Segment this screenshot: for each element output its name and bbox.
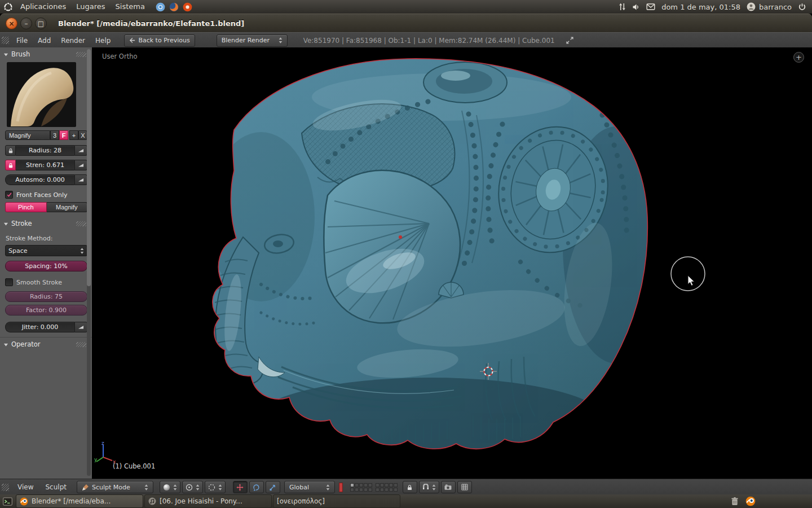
panel-drag-grip[interactable] xyxy=(76,342,86,347)
scene-lock-toggle[interactable] xyxy=(403,481,417,493)
layer-cell[interactable] xyxy=(355,488,359,492)
chromium-launcher-icon[interactable] xyxy=(156,2,165,12)
scrollbar-thumb[interactable] xyxy=(87,49,91,286)
autosmooth-slider[interactable]: Autosmo: 0.000 xyxy=(5,174,74,185)
layer-cell[interactable] xyxy=(380,488,384,492)
brush-panel-header[interactable]: Brush xyxy=(0,47,92,61)
region-corner-grip[interactable] xyxy=(2,484,9,491)
radius-pressure-button[interactable] xyxy=(74,145,87,156)
messaging-indicator-icon[interactable] xyxy=(646,3,655,10)
software-center-launcher-icon[interactable] xyxy=(183,2,192,12)
layer-cell[interactable] xyxy=(394,483,398,487)
strength-unify-lock-button[interactable] xyxy=(5,160,16,170)
back-to-previous-button[interactable]: Back to Previous xyxy=(124,34,195,47)
pinch-toggle-button[interactable]: Pinch xyxy=(5,202,47,212)
brush-preview[interactable] xyxy=(7,62,76,127)
tool-shelf-scrollbar[interactable] xyxy=(87,49,91,476)
layer-cell[interactable] xyxy=(359,483,363,487)
autosmooth-pressure-button[interactable] xyxy=(74,174,87,185)
layer-cell[interactable] xyxy=(376,483,379,487)
show-desktop-icon[interactable] xyxy=(3,497,12,506)
brush-add-button[interactable]: + xyxy=(69,130,78,140)
places-menu[interactable]: Lugares xyxy=(71,0,110,14)
brush-fake-user-button[interactable]: F xyxy=(59,130,68,140)
brush-users-count-button[interactable]: 3 xyxy=(50,130,59,140)
properties-region-toggle[interactable]: + xyxy=(793,52,804,63)
ubuntu-logo-icon[interactable] xyxy=(3,2,13,12)
layer-cell[interactable] xyxy=(364,488,368,492)
transform-orientation-dropdown[interactable]: Global xyxy=(284,481,335,493)
layer-cell[interactable] xyxy=(385,488,389,492)
user-indicator[interactable]: barranco xyxy=(747,2,792,11)
strength-slider[interactable]: Stren: 0.671 xyxy=(16,160,74,170)
radius-slider[interactable]: Radius: 28 xyxy=(16,145,74,156)
manipulator-rotate-toggle[interactable] xyxy=(249,481,264,493)
add-menu[interactable]: Add xyxy=(33,33,55,48)
render-opengl-button[interactable] xyxy=(441,481,456,493)
layers-widget[interactable] xyxy=(350,483,398,492)
spacing-slider[interactable]: Spacing: 10% xyxy=(5,261,87,271)
strength-pressure-button[interactable] xyxy=(74,160,87,170)
render-menu[interactable]: Render xyxy=(56,33,90,48)
firefox-launcher-icon[interactable] xyxy=(169,2,179,12)
brush-unlink-button[interactable]: X xyxy=(78,130,87,140)
smooth-radius-slider[interactable]: Radius: 75 xyxy=(5,291,87,302)
pivot-align-dropdown[interactable] xyxy=(205,481,226,493)
blender-tray-icon[interactable] xyxy=(745,496,756,506)
window-title-bar[interactable]: × – □ Blender* [/media/ebarranko/Elefant… xyxy=(0,14,812,33)
clock[interactable]: dom 1 de may, 01:58 xyxy=(661,3,740,11)
taskbar-window-chat[interactable]: [ονειροπόλος] xyxy=(273,494,400,508)
pivot-point-dropdown[interactable] xyxy=(182,481,203,493)
window-maximize-button[interactable]: □ xyxy=(35,17,47,29)
viewport-shading-dropdown[interactable] xyxy=(160,481,180,493)
network-indicator-icon[interactable] xyxy=(619,3,626,11)
layer-cell[interactable] xyxy=(368,488,372,492)
panel-drag-grip[interactable] xyxy=(76,52,86,57)
manipulator-translate-toggle[interactable] xyxy=(233,481,248,493)
maximize-area-icon[interactable] xyxy=(566,37,573,44)
paint-mask-icon[interactable] xyxy=(339,483,343,492)
region-corner-grip[interactable] xyxy=(2,37,9,44)
window-minimize-button[interactable]: – xyxy=(20,17,32,29)
layer-cell[interactable] xyxy=(394,488,398,492)
layer-cell[interactable] xyxy=(364,483,368,487)
3d-viewport[interactable]: User Ortho + z x y (1) Cube.001 xyxy=(92,47,812,479)
system-menu[interactable]: Sistema xyxy=(111,0,150,14)
snap-dropdown[interactable] xyxy=(419,481,439,493)
file-menu[interactable]: File xyxy=(12,33,32,48)
help-menu[interactable]: Help xyxy=(91,33,115,48)
mode-dropdown[interactable]: Sculpt Mode xyxy=(77,481,153,493)
power-menu-icon[interactable] xyxy=(798,3,806,11)
trash-icon[interactable] xyxy=(731,497,739,506)
smooth-stroke-checkbox[interactable] xyxy=(5,278,13,286)
window-close-button[interactable]: × xyxy=(6,17,17,29)
layer-cell[interactable] xyxy=(380,483,384,487)
manipulator-scale-toggle[interactable] xyxy=(266,481,280,493)
panel-drag-grip[interactable] xyxy=(76,221,86,226)
taskbar-window-blender[interactable]: Blender* [/media/eba... xyxy=(16,494,143,508)
layer-cell[interactable] xyxy=(389,488,393,492)
jitter-pressure-button[interactable] xyxy=(74,322,87,332)
layer-cell[interactable] xyxy=(350,483,354,487)
sculpt-menu[interactable]: Sculpt xyxy=(40,480,71,495)
front-faces-only-checkbox[interactable] xyxy=(5,191,13,199)
smooth-factor-slider[interactable]: Factor: 0.900 xyxy=(5,305,87,316)
layer-cell[interactable] xyxy=(368,483,372,487)
layer-cell[interactable] xyxy=(350,488,354,492)
layer-cell[interactable] xyxy=(389,483,393,487)
render-opengl-anim-button[interactable] xyxy=(457,481,472,493)
render-engine-dropdown[interactable]: Blender Render xyxy=(217,34,288,47)
layer-cell[interactable] xyxy=(355,483,359,487)
volume-indicator-icon[interactable] xyxy=(632,3,640,11)
stroke-panel-header[interactable]: Stroke xyxy=(0,217,92,230)
operator-panel-header[interactable]: Operator xyxy=(0,337,92,351)
jitter-slider[interactable]: Jitter: 0.000 xyxy=(5,322,74,332)
stroke-method-dropdown[interactable]: Space xyxy=(5,245,87,256)
layer-cell[interactable] xyxy=(385,483,389,487)
layer-cell[interactable] xyxy=(376,488,379,492)
radius-unify-lock-button[interactable] xyxy=(5,145,16,156)
applications-menu[interactable]: Aplicaciones xyxy=(15,0,71,14)
magnify-toggle-button[interactable]: Magnify xyxy=(47,202,88,212)
brush-name-button[interactable]: Magnify xyxy=(5,130,50,140)
taskbar-window-music[interactable]: [06. Joe Hisaishi - Pony... xyxy=(144,494,272,508)
